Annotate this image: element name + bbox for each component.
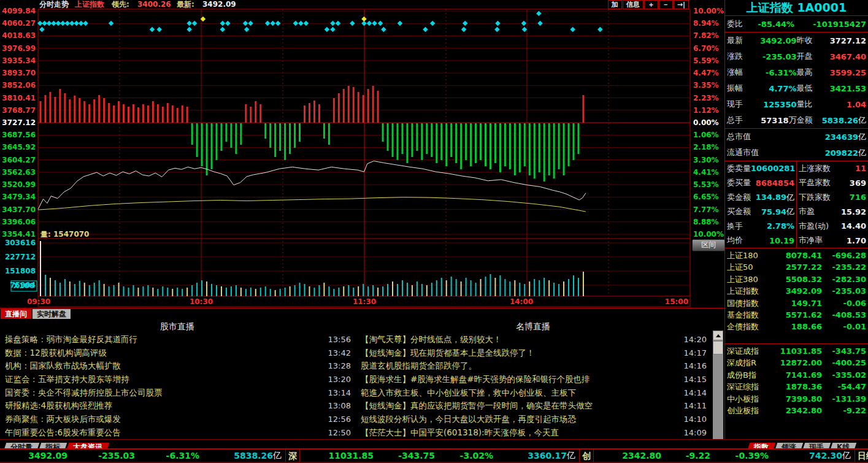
news-item[interactable]: 【短线淘金】现在期货都基本上是全线跌停了！14:17 bbox=[356, 346, 710, 360]
info-marker-icon[interactable] bbox=[381, 27, 386, 32]
info-marker-icon[interactable] bbox=[361, 17, 366, 21]
info-marker-icon[interactable] bbox=[79, 21, 83, 26]
news-item[interactable]: 短线波段分析认为，今日大盘以大跌开盘，再度引起市场恐14:10 bbox=[356, 413, 710, 426]
info-marker-icon[interactable] bbox=[597, 27, 602, 32]
info-marker-icon[interactable] bbox=[60, 21, 65, 26]
info-marker-icon[interactable] bbox=[367, 21, 372, 26]
add-button[interactable]: 加 bbox=[608, 0, 622, 9]
info-marker-icon[interactable] bbox=[220, 27, 225, 32]
index-row[interactable]: 国债指数149.71-0.06 bbox=[725, 297, 868, 309]
info-marker-icon[interactable] bbox=[83, 21, 88, 26]
broadcast-tab-1[interactable]: 实时解盘 bbox=[33, 309, 71, 319]
info-marker-icon[interactable] bbox=[243, 21, 248, 26]
status-market-label[interactable]: 深 bbox=[285, 450, 300, 462]
news-item[interactable]: 【淘气天尊】分时线低点，级别较大！14:20 bbox=[356, 333, 710, 346]
info-marker-icon[interactable] bbox=[330, 27, 335, 32]
news-item[interactable]: 範進入市救主板、中小创业板下挫，救中小创业板、主板下14:14 bbox=[356, 386, 710, 400]
range-select-button[interactable]: 区间 bbox=[692, 239, 725, 251]
info-marker-icon[interactable] bbox=[350, 21, 355, 26]
detail-row: 均价10.19 bbox=[725, 234, 796, 248]
index-row[interactable]: 上证1808078.41-696.28 bbox=[725, 250, 868, 261]
info-marker-icon[interactable] bbox=[330, 21, 335, 26]
index-row[interactable]: 上证3805508.32-282.30 bbox=[725, 274, 868, 285]
info-marker-icon[interactable] bbox=[47, 21, 52, 26]
news-scrollbar[interactable] bbox=[713, 331, 723, 440]
index-row[interactable]: 上证指数3492.09-235.03 bbox=[725, 285, 868, 297]
broadcast-tab-0[interactable]: 直播间 bbox=[1, 309, 31, 319]
info-marker-icon[interactable] bbox=[192, 21, 197, 26]
intraday-chart[interactable]: 4099.844060.274018.633976.993935.343893.… bbox=[0, 0, 724, 308]
info-marker-icon[interactable] bbox=[398, 21, 402, 26]
news-item[interactable]: 机构：国家队救市战场大幅扩散13:28 bbox=[0, 359, 355, 373]
info-marker-icon[interactable] bbox=[336, 21, 340, 26]
info-marker-icon[interactable] bbox=[220, 21, 225, 26]
info-marker-icon[interactable] bbox=[537, 21, 542, 26]
news-item[interactable]: 数据：12股获机构调高评级13:42 bbox=[0, 346, 355, 360]
info-marker-icon[interactable] bbox=[570, 27, 575, 32]
go-right-button[interactable]: →| bbox=[674, 0, 689, 9]
info-marker-icon[interactable] bbox=[69, 21, 74, 26]
info-marker-icon[interactable] bbox=[461, 27, 466, 32]
info-marker-icon[interactable] bbox=[244, 27, 249, 32]
info-marker-icon[interactable] bbox=[225, 21, 230, 26]
info-marker-icon[interactable] bbox=[372, 21, 377, 26]
info-marker-icon[interactable] bbox=[495, 21, 500, 26]
zoom-out-button[interactable]: － bbox=[659, 0, 673, 9]
status-group: 3492.09-235.03-6.31%5838.26亿 bbox=[0, 450, 285, 461]
news-item[interactable]: 【短线淘金】真的应该把期货暂停一段时间，确实是在带头做空14:11 bbox=[356, 399, 710, 413]
scroll-up-icon[interactable] bbox=[713, 331, 723, 340]
zoom-in-button[interactable]: ＋ bbox=[644, 0, 658, 9]
news-item[interactable]: 国资委：央企不得减持所控股上市公司股票13:14 bbox=[0, 386, 355, 400]
index-row[interactable]: 深证成指11031.85-343.75 bbox=[725, 345, 868, 357]
status-market-label[interactable]: 创 bbox=[579, 450, 594, 462]
info-button[interactable]: 信息 bbox=[623, 0, 643, 9]
index-row[interactable]: 基金指数5571.62-408.53 bbox=[725, 309, 868, 321]
axis-label: 3.30% bbox=[693, 156, 719, 164]
news-item[interactable]: 【股海求生】#股海求生解盘#昨天强势的保险和银行个股也排14:15 bbox=[356, 373, 710, 386]
info-marker-icon[interactable] bbox=[304, 21, 309, 26]
news-item-time: 13:08 bbox=[323, 399, 355, 413]
index-row[interactable]: 中小板指7399.80-131.39 bbox=[725, 393, 868, 405]
info-marker-icon[interactable] bbox=[265, 21, 270, 26]
info-marker-icon[interactable] bbox=[156, 27, 161, 32]
news-item[interactable]: 操盘策略：弱市淘金最好反其道而行13:56 bbox=[0, 333, 355, 346]
index-row[interactable]: 深成指R12872.00-400.25 bbox=[725, 357, 868, 369]
info-marker-icon[interactable] bbox=[293, 21, 298, 26]
info-marker-icon[interactable] bbox=[39, 27, 44, 32]
info-marker-icon[interactable] bbox=[56, 21, 61, 26]
info-marker-icon[interactable] bbox=[186, 27, 191, 32]
info-marker-icon[interactable] bbox=[463, 21, 467, 26]
index-row[interactable]: 深证综指1878.36-54.47 bbox=[725, 381, 868, 392]
info-marker-icon[interactable] bbox=[325, 27, 329, 32]
info-marker-icon[interactable] bbox=[494, 27, 499, 32]
news-item[interactable]: 证监会：五举措支持大股东等增持13:20 bbox=[0, 373, 355, 386]
info-marker-icon[interactable] bbox=[42, 21, 47, 26]
news-item[interactable]: 股道玄机股指期货全部跌停了。14:16 bbox=[356, 359, 710, 373]
news-item[interactable]: 午间重要公告:6股发布重要公告12:50 bbox=[0, 426, 355, 440]
info-marker-icon[interactable] bbox=[270, 21, 275, 26]
info-marker-icon[interactable] bbox=[522, 27, 527, 32]
info-marker-icon[interactable] bbox=[378, 21, 383, 26]
scrollbar-thumb[interactable] bbox=[713, 341, 723, 354]
news-item[interactable]: 【茫茫大士】中国平安(601318):昨天涨停板，今天直14:09 bbox=[356, 426, 710, 440]
index-row[interactable]: 成份B指7141.69-335.02 bbox=[725, 369, 868, 381]
info-marker-icon[interactable] bbox=[248, 21, 253, 26]
info-marker-icon[interactable] bbox=[109, 21, 113, 26]
index-row[interactable]: 创业板指2342.80-9.22 bbox=[725, 405, 868, 416]
info-marker-icon[interactable] bbox=[74, 21, 79, 26]
info-marker-icon[interactable] bbox=[536, 11, 541, 16]
info-marker-icon[interactable] bbox=[65, 21, 70, 26]
info-marker-icon[interactable] bbox=[51, 21, 56, 26]
status-market-label[interactable]: 日经225 bbox=[855, 450, 868, 462]
news-item[interactable]: 研报精选:4股获机构强烈推荐13:08 bbox=[0, 399, 355, 413]
index-row[interactable]: 企债指数188.66-0.01 bbox=[725, 321, 868, 332]
index-row[interactable]: 上证502577.22-235.22 bbox=[725, 261, 868, 273]
info-marker-icon[interactable] bbox=[298, 21, 303, 26]
info-marker-icon[interactable] bbox=[186, 21, 191, 26]
info-marker-icon[interactable] bbox=[150, 27, 155, 32]
info-marker-icon[interactable] bbox=[423, 27, 428, 32]
news-item[interactable]: 券商聚焦：两大板块后市或爆发12:56 bbox=[0, 413, 355, 426]
info-marker-icon[interactable] bbox=[521, 21, 526, 26]
info-marker-icon[interactable] bbox=[275, 21, 280, 26]
info-marker-icon[interactable] bbox=[430, 21, 435, 26]
